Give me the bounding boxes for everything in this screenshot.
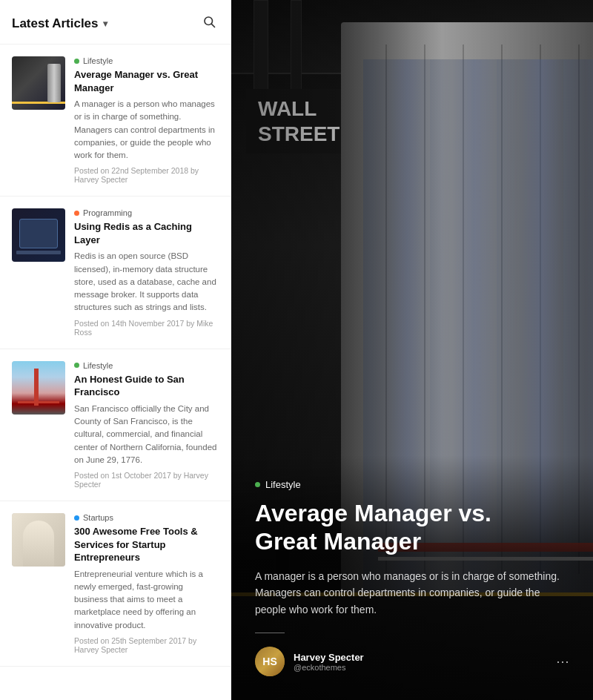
article-content: Startups 300 Awesome Free Tools & Servic… xyxy=(74,513,219,654)
article-item[interactable]: Lifestyle An Honest Guide to San Francis… xyxy=(0,349,231,501)
latest-articles-title: Latest Articles xyxy=(12,16,99,31)
hero-category-label: Lifestyle xyxy=(265,479,301,490)
article-title: 300 Awesome Free Tools & Services for St… xyxy=(74,525,219,564)
category-badge: Programming xyxy=(74,208,219,217)
category-badge: Lifestyle xyxy=(74,56,219,65)
hero-excerpt: A manager is a person who manages or is … xyxy=(255,568,569,618)
article-excerpt: Redis is an open source (BSD licensed), … xyxy=(74,250,219,314)
hero-category-dot xyxy=(255,482,260,487)
hero-title-line2: Great Manager xyxy=(255,528,421,555)
category-dot xyxy=(74,363,79,368)
thumbnail-building-image xyxy=(12,513,65,567)
hero-title-line1: Average Manager vs. xyxy=(255,500,491,526)
hero-more-button[interactable]: ⋯ xyxy=(556,653,569,670)
hero-author: HS Harvey Specter @eckothemes ⋯ xyxy=(255,647,569,676)
article-thumbnail xyxy=(12,56,65,110)
hero-category-badge: Lifestyle xyxy=(255,479,569,490)
category-dot xyxy=(74,59,79,64)
avatar-initials: HS xyxy=(262,656,276,667)
search-button[interactable] xyxy=(199,13,219,33)
article-thumbnail xyxy=(12,361,65,415)
category-dot xyxy=(74,515,79,521)
thumbnail-laptop-image xyxy=(12,208,65,262)
thumbnail-bridge-image xyxy=(12,361,65,415)
article-item[interactable]: Programming Using Redis as a Caching Lay… xyxy=(0,197,231,349)
article-meta: Posted on 25th September 2017 by Harvey … xyxy=(74,636,219,654)
thumbnail-train-image xyxy=(12,56,65,110)
article-excerpt: Entrepreneurial venture which is a newly… xyxy=(74,568,219,632)
hero-divider xyxy=(255,633,285,633)
article-excerpt: San Francisco officially the City and Co… xyxy=(74,403,219,466)
article-title: Using Redis as a Caching Layer xyxy=(74,220,219,246)
article-title: An Honest Guide to San Francisco xyxy=(74,373,219,399)
left-panel: Latest Articles ▾ Lifestyle Average Mana… xyxy=(0,0,231,700)
category-label: Lifestyle xyxy=(83,361,113,370)
article-content: Lifestyle Average Manager vs. Great Mana… xyxy=(74,56,219,184)
article-thumbnail xyxy=(12,513,65,567)
article-excerpt: A manager is a person who manages or is … xyxy=(74,98,219,162)
author-handle: @eckothemes xyxy=(294,663,547,672)
article-title: Average Manager vs. Great Manager xyxy=(74,68,219,94)
articles-header: Latest Articles ▾ xyxy=(0,0,231,44)
article-content: Lifestyle An Honest Guide to San Francis… xyxy=(74,361,219,489)
author-name: Harvey Specter xyxy=(294,652,547,663)
article-meta: Posted on 22nd September 2018 by Harvey … xyxy=(74,166,219,184)
category-badge: Lifestyle xyxy=(74,361,219,370)
article-meta: Posted on 14th November 2017 by Mike Ros… xyxy=(74,319,219,337)
category-badge: Startups xyxy=(74,513,219,522)
author-info: Harvey Specter @eckothemes xyxy=(294,652,547,672)
article-thumbnail xyxy=(12,208,65,262)
author-avatar: HS xyxy=(255,647,285,676)
hero-panel: Wall Street Lifestyle Average Manager vs… xyxy=(231,0,593,700)
hero-overlay: Lifestyle Average Manager vs. Great Mana… xyxy=(231,455,593,700)
chevron-down-icon: ▾ xyxy=(103,19,107,29)
category-label: Programming xyxy=(83,208,132,217)
header-title-group: Latest Articles ▾ xyxy=(12,16,107,31)
category-dot xyxy=(74,211,79,216)
article-item[interactable]: Startups 300 Awesome Free Tools & Servic… xyxy=(0,501,231,667)
article-content: Programming Using Redis as a Caching Lay… xyxy=(74,208,219,336)
article-meta: Posted on 1st October 2017 by Harvey Spe… xyxy=(74,471,219,489)
hero-title: Average Manager vs. Great Manager xyxy=(255,499,569,556)
svg-line-1 xyxy=(211,24,214,27)
category-label: Startups xyxy=(83,513,113,522)
category-label: Lifestyle xyxy=(83,56,113,65)
article-item[interactable]: Lifestyle Average Manager vs. Great Mana… xyxy=(0,44,231,197)
